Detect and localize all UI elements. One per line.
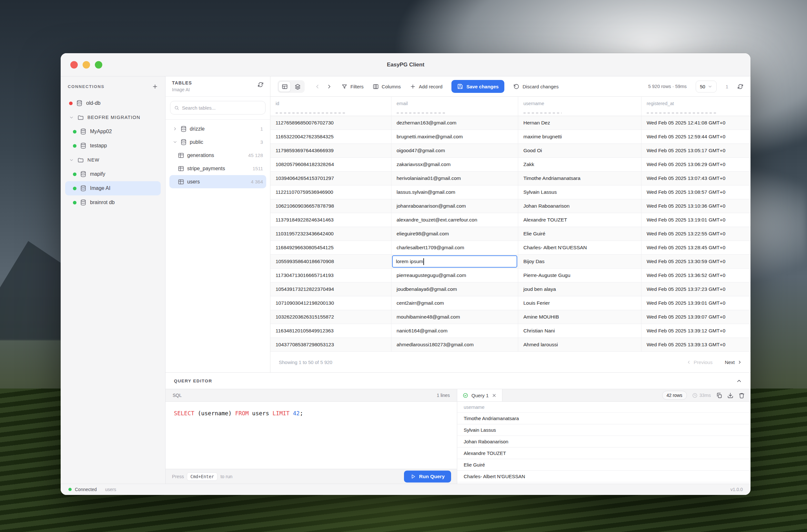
cell[interactable]: Wed Feb 05 2025 13:39:12 GMT+0 xyxy=(641,324,751,338)
table-item-generations[interactable]: generations45 128 xyxy=(169,149,266,162)
cell[interactable]: Wed Feb 05 2025 13:19:01 GMT+0 xyxy=(641,213,751,227)
cell[interactable]: mouhibamine48@gmail.com xyxy=(391,310,518,324)
page-size-select[interactable]: 50 xyxy=(696,81,717,93)
cell[interactable]: joud ben alaya xyxy=(518,282,641,296)
columns-button[interactable]: Columns xyxy=(373,83,401,90)
cell[interactable]: maxime brugnetti xyxy=(518,130,641,144)
cell-editor[interactable]: lorem ipsum xyxy=(392,255,517,268)
connection-item-testapp[interactable]: testapp xyxy=(65,139,161,153)
nav-forward-button[interactable] xyxy=(326,83,332,90)
cell[interactable]: Charles- Albert N'GUESSAN xyxy=(518,241,641,254)
cell[interactable]: Wed Feb 05 2025 13:22:55 GMT+0 xyxy=(641,227,751,241)
cell[interactable]: 108205796084182328264 xyxy=(270,158,391,171)
cell[interactable]: lorem ipsum xyxy=(391,255,518,268)
cell[interactable]: herivolaniaina01@gmail.com xyxy=(391,172,518,185)
cell[interactable]: charlesalbert1709@gmail.com xyxy=(391,241,518,254)
cell[interactable]: Zakk xyxy=(518,158,641,171)
cell[interactable]: dezhernan163@gmail.com xyxy=(391,116,518,130)
cell[interactable]: Louis Ferier xyxy=(518,296,641,310)
cell[interactable]: 112211070759536946900 xyxy=(270,185,391,199)
cell[interactable]: Christian Nani xyxy=(518,324,641,338)
cell[interactable]: brugnetti.maxime@gmail.com xyxy=(391,130,518,144)
cell[interactable]: 116348120105849912363 xyxy=(270,324,391,338)
cell[interactable]: Wed Feb 05 2025 13:28:45 GMT+0 xyxy=(641,241,751,254)
cell[interactable]: Wed Feb 05 2025 13:39:01 GMT+0 xyxy=(641,296,751,310)
cell[interactable]: 110319572323436642400 xyxy=(270,227,391,241)
cell[interactable]: Wed Feb 05 2025 13:08:57 GMT+0 xyxy=(641,185,751,199)
connection-group-new[interactable]: NEW xyxy=(65,153,161,167)
cell[interactable]: pierreaugustegugu@gmail.com xyxy=(391,269,518,282)
cell[interactable]: nanic6164@gmail.com xyxy=(391,324,518,338)
table-item-stripe-payments[interactable]: stripe_payments1511 xyxy=(169,162,266,175)
cell[interactable]: Wed Feb 05 2025 13:30:59 GMT+0 xyxy=(641,255,751,268)
table-search-input[interactable] xyxy=(182,105,261,111)
copy-results-button[interactable] xyxy=(716,393,722,399)
cell[interactable]: ahmedlaroussi180273@gmail.com xyxy=(391,338,518,352)
add-connection-button[interactable] xyxy=(152,83,158,90)
nav-back-button[interactable] xyxy=(314,83,320,90)
cell[interactable]: joudbenalaya6@gmail.com xyxy=(391,282,518,296)
cell[interactable]: 104377085387298053123 xyxy=(270,338,391,352)
table-search[interactable] xyxy=(170,101,265,114)
result-row[interactable]: Elie Guiré xyxy=(457,459,751,471)
cell[interactable]: 116849296630805454125 xyxy=(270,241,391,254)
cell[interactable]: 103940642654153701297 xyxy=(270,172,391,185)
cell[interactable]: 105439173212822370494 xyxy=(270,282,391,296)
cell[interactable]: cent2airr@gmail.com xyxy=(391,296,518,310)
titlebar[interactable]: EasyPG Client xyxy=(61,53,751,76)
next-page-button[interactable]: Next xyxy=(725,360,742,365)
cell[interactable]: 117304713016665714193 xyxy=(270,269,391,282)
cell[interactable]: Bijoy Das xyxy=(518,255,641,268)
column-header-email[interactable]: email xyxy=(391,97,518,116)
connection-item-brainrot-db[interactable]: brainrot db xyxy=(65,195,161,210)
add-record-button[interactable]: Add record xyxy=(410,83,442,90)
cell[interactable]: johanraboanarison@gmail.com xyxy=(391,199,518,213)
connection-item-mapify[interactable]: mapify xyxy=(65,167,161,181)
cell[interactable]: 103262203626315155872 xyxy=(270,310,391,324)
cell[interactable]: Wed Feb 05 2025 13:39:07 GMT+0 xyxy=(641,310,751,324)
query-tab[interactable]: Query 1 xyxy=(457,389,502,401)
cell[interactable]: 106210609036657878798 xyxy=(270,199,391,213)
cell[interactable]: Wed Feb 05 2025 12:41:08 GMT+0 xyxy=(641,116,751,130)
result-row[interactable]: Timothe Andriamanatsara xyxy=(457,413,751,424)
column-header-username[interactable]: username xyxy=(518,97,641,116)
layers-view-button[interactable] xyxy=(291,81,304,92)
cell[interactable]: lassus.sylvain@gmail.com xyxy=(391,185,518,199)
cell[interactable]: Hernan Dez xyxy=(518,116,641,130)
cell[interactable]: elieguire98@gmail.com xyxy=(391,227,518,241)
result-row[interactable]: Johan Raboanarison xyxy=(457,436,751,448)
cell[interactable]: Johan Raboanarison xyxy=(518,199,641,213)
connection-group-beofre-migration[interactable]: BEOFRE MIGRATION xyxy=(65,110,161,125)
cell[interactable]: Wed Feb 05 2025 13:39:13 GMT+0 xyxy=(641,338,751,352)
filters-button[interactable]: Filters xyxy=(342,83,364,90)
cell[interactable]: alexandre_touzet@ext.carrefour.con xyxy=(391,213,518,227)
connection-item-myapp02[interactable]: MyApp02 xyxy=(65,125,161,139)
cell[interactable]: 116532200427623584325 xyxy=(270,130,391,144)
result-row[interactable]: Sylvain Lassus xyxy=(457,424,751,436)
table-view-button[interactable] xyxy=(278,81,291,92)
cell[interactable]: Wed Feb 05 2025 13:05:17 GMT+0 xyxy=(641,144,751,157)
result-row[interactable]: Charles- Albert N'GUESSAN xyxy=(457,471,751,482)
cell[interactable]: 117985936976443666939 xyxy=(270,144,391,157)
table-item-users[interactable]: users4 364 xyxy=(169,175,266,188)
result-row[interactable]: Alexandre TOUZET xyxy=(457,448,751,459)
schema-item-public[interactable]: public3 xyxy=(169,135,266,149)
cell[interactable]: zakariavssx@gmail.com xyxy=(391,158,518,171)
connection-item-image-ai[interactable]: Image AI xyxy=(65,181,161,195)
zoom-window-button[interactable] xyxy=(95,61,102,68)
column-header-id[interactable]: id xyxy=(270,97,391,116)
cell[interactable]: Wed Feb 05 2025 13:10:36 GMT+0 xyxy=(641,199,751,213)
save-changes-button[interactable]: Save changes xyxy=(452,80,505,93)
cell[interactable]: 107109030412198200130 xyxy=(270,296,391,310)
close-window-button[interactable] xyxy=(70,61,78,68)
cell[interactable]: 113791849228246341463 xyxy=(270,213,391,227)
cell[interactable]: oigood47@gmail.com xyxy=(391,144,518,157)
column-header-registered-at[interactable]: registered_at xyxy=(641,97,751,116)
cell[interactable]: Ahmed laroussi xyxy=(518,338,641,352)
collapse-query-editor-button[interactable] xyxy=(736,378,742,384)
run-query-button[interactable]: Run Query xyxy=(404,470,451,482)
cell[interactable]: Wed Feb 05 2025 13:37:23 GMT+0 xyxy=(641,282,751,296)
cell[interactable]: Wed Feb 05 2025 13:07:43 GMT+0 xyxy=(641,172,751,185)
close-tab-icon[interactable] xyxy=(492,393,497,398)
sql-code-editor[interactable]: SELECT (username) FROM users LIMIT 42; xyxy=(166,402,457,469)
